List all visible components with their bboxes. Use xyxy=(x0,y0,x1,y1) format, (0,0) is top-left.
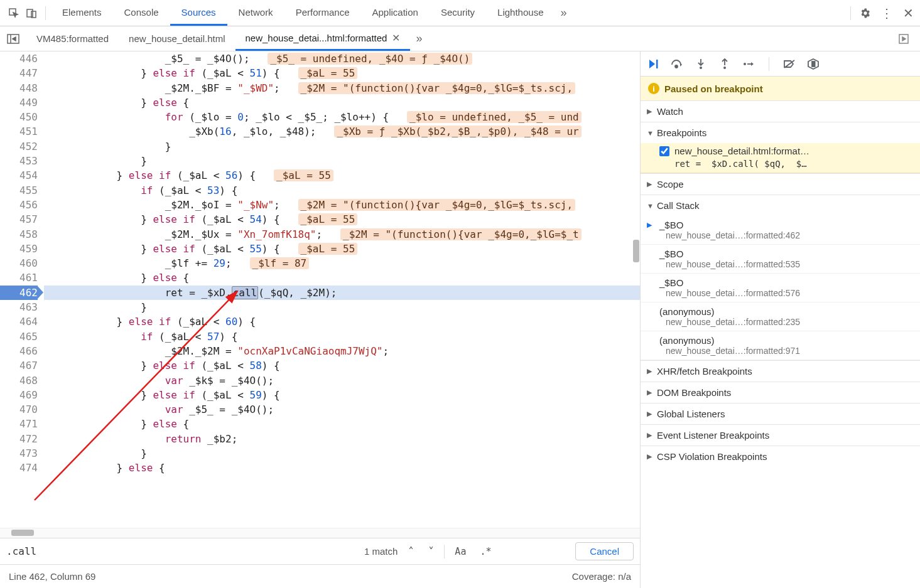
code-line[interactable]: _$5_ = _$4O(); _$5_ = undefined, _$4O = … xyxy=(44,51,640,66)
tab-security[interactable]: Security xyxy=(430,1,486,26)
code-line[interactable]: for (_$lo = 0; _$lo < _$5_; _$lo++) { _$… xyxy=(44,110,640,124)
file-tab[interactable]: VM485:formatted xyxy=(26,27,119,51)
watch-section[interactable]: ▶Watch xyxy=(641,100,920,122)
code-line[interactable]: } xyxy=(44,154,640,168)
global-listeners-section[interactable]: ▶Global Listeners xyxy=(641,403,920,424)
more-tabs-icon[interactable]: » xyxy=(555,4,572,22)
code-line[interactable]: } xyxy=(44,300,640,314)
step-into-icon[interactable] xyxy=(695,58,707,70)
resume-icon[interactable] xyxy=(647,58,659,70)
gutter-line[interactable]: 471 xyxy=(0,417,38,431)
more-file-tabs-icon[interactable]: » xyxy=(410,30,428,48)
gutter-line[interactable]: 448 xyxy=(0,81,38,95)
horizontal-scrollbar[interactable] xyxy=(0,528,640,538)
code-line[interactable]: } else if (_$aL < 56) { _$aL = 55 xyxy=(44,168,640,183)
step-over-icon[interactable] xyxy=(671,58,683,70)
gutter-line[interactable]: 468 xyxy=(0,373,38,388)
gutter-line[interactable]: 473 xyxy=(0,446,38,461)
gutter-line[interactable]: 469 xyxy=(0,388,38,402)
code-line[interactable]: } else { xyxy=(44,417,640,431)
gutter-line[interactable]: 447 xyxy=(0,66,38,80)
code-line[interactable]: } xyxy=(44,139,640,154)
tab-performance[interactable]: Performance xyxy=(284,1,361,26)
tab-elements[interactable]: Elements xyxy=(51,1,113,26)
code-line[interactable]: } else { xyxy=(44,461,640,475)
breakpoint-checkbox[interactable] xyxy=(659,146,669,156)
gutter-line[interactable]: 446 xyxy=(0,51,38,66)
stack-frame[interactable]: _$BOnew_house_detai…:formatted:535 xyxy=(641,245,920,274)
file-tab[interactable]: new_house_detail.html xyxy=(119,27,235,51)
run-snippet-icon[interactable] xyxy=(895,30,912,48)
gutter-line[interactable]: 472 xyxy=(0,432,38,446)
code-line[interactable]: } else if (_$aL < 51) { _$aL = 55 xyxy=(44,66,640,80)
xhr-breakpoints-section[interactable]: ▶XHR/fetch Breakpoints xyxy=(641,360,920,382)
scope-section[interactable]: ▶Scope xyxy=(641,173,920,195)
tab-network[interactable]: Network xyxy=(227,1,284,26)
code-line[interactable]: if (_$aL < 57) { xyxy=(44,329,640,344)
gutter-line[interactable]: 465 xyxy=(0,329,38,344)
code-line[interactable]: } xyxy=(44,446,640,461)
code-line[interactable]: } else { xyxy=(44,95,640,110)
gutter-line[interactable]: 460 xyxy=(0,256,38,270)
code-line[interactable]: } else { xyxy=(44,270,640,285)
gutter-line[interactable]: 470 xyxy=(0,402,38,417)
dom-breakpoints-section[interactable]: ▶DOM Breakpoints xyxy=(641,382,920,403)
search-cancel-button[interactable]: Cancel xyxy=(575,542,634,560)
gutter-line[interactable]: 452 xyxy=(0,139,38,154)
gutter-line[interactable]: 459 xyxy=(0,242,38,256)
stack-frame[interactable]: _$BOnew_house_detai…:formatted:462 xyxy=(641,216,920,245)
search-next-icon[interactable]: ˅ xyxy=(424,545,438,559)
step-icon[interactable] xyxy=(742,58,755,70)
stack-frame[interactable]: (anonymous)new_house_detai…:formatted:23… xyxy=(641,302,920,331)
search-input[interactable] xyxy=(6,545,358,557)
gutter-line[interactable]: 458 xyxy=(0,227,38,242)
callstack-section[interactable]: ▼Call Stack xyxy=(641,195,920,216)
code-line[interactable]: ret = _$xD.call(_$qQ, _$2M); xyxy=(44,286,640,300)
gutter-line[interactable]: 466 xyxy=(0,344,38,358)
gutter-line[interactable]: 467 xyxy=(0,358,38,373)
deactivate-breakpoints-icon[interactable] xyxy=(783,58,796,70)
stack-frame[interactable]: _$BOnew_house_detai…:formatted:576 xyxy=(641,274,920,302)
search-prev-icon[interactable]: ˄ xyxy=(404,545,418,559)
event-breakpoints-section[interactable]: ▶Event Listener Breakpoints xyxy=(641,424,920,446)
code-line[interactable]: } else if (_$aL < 58) { xyxy=(44,358,640,373)
tab-lighthouse[interactable]: Lighthouse xyxy=(486,1,555,26)
gutter-line[interactable]: 461 xyxy=(0,270,38,285)
gutter-line[interactable]: 450 xyxy=(0,110,38,124)
settings-icon[interactable] xyxy=(858,6,872,20)
gutter-line[interactable]: 451 xyxy=(0,124,38,139)
gutter-line[interactable]: 464 xyxy=(0,314,38,329)
gutter-line[interactable]: 457 xyxy=(0,212,38,227)
breakpoints-section[interactable]: ▼Breakpoints xyxy=(641,122,920,143)
close-tab-icon[interactable]: ✕ xyxy=(392,32,400,44)
code-line[interactable]: } else if (_$aL < 60) { xyxy=(44,314,640,329)
code-line[interactable]: _$2M._$Ux = "Xn_7omfK18q"; _$2M = "(func… xyxy=(44,227,640,242)
code-line[interactable]: _$2M._$BF = "_$WD"; _$2M = "(function(){… xyxy=(44,81,640,95)
kebab-menu-icon[interactable]: ⋮ xyxy=(880,6,894,20)
tab-console[interactable]: Console xyxy=(113,1,170,26)
tab-application[interactable]: Application xyxy=(361,1,430,26)
gutter-line[interactable]: 449 xyxy=(0,95,38,110)
code-line[interactable]: _$Xb(16, _$lo, _$48); _$Xb = ƒ _$Xb(_$b2… xyxy=(44,124,640,139)
code-line[interactable]: if (_$aL < 53) { xyxy=(44,183,640,198)
tab-sources[interactable]: Sources xyxy=(170,1,227,26)
vertical-scrollbar[interactable] xyxy=(631,51,640,528)
gutter-line[interactable]: 454 xyxy=(0,168,38,183)
code-line[interactable]: return _$b2; xyxy=(44,432,640,446)
code-line[interactable]: } else if (_$aL < 54) { _$aL = 55 xyxy=(44,212,640,227)
pause-exceptions-icon[interactable] xyxy=(807,58,820,70)
code-line[interactable]: _$2M._$oI = "_$Nw"; _$2M = "(function(){… xyxy=(44,198,640,212)
device-toggle-icon[interactable] xyxy=(23,4,40,22)
code-line[interactable]: } else if (_$aL < 59) { xyxy=(44,388,640,402)
gutter-line[interactable]: 463 xyxy=(0,300,38,314)
breakpoint-item[interactable]: new_house_detail.html:format… ret = _$xD… xyxy=(641,143,920,173)
gutter-line[interactable]: 462 xyxy=(0,286,38,300)
code-line[interactable]: } else if (_$aL < 55) { _$aL = 55 xyxy=(44,242,640,256)
code-line[interactable]: var _$5_ = _$4O(); xyxy=(44,402,640,417)
code-line[interactable]: _$2M._$2M = "ocnXaP1vCaNGiaoqmJ7WjQ"; xyxy=(44,344,640,358)
gutter-line[interactable]: 474 xyxy=(0,461,38,475)
csp-breakpoints-section[interactable]: ▶CSP Violation Breakpoints xyxy=(641,446,920,467)
navigator-toggle-icon[interactable] xyxy=(0,26,26,51)
match-case-toggle[interactable]: Aa xyxy=(451,546,470,557)
gutter-line[interactable]: 455 xyxy=(0,183,38,198)
